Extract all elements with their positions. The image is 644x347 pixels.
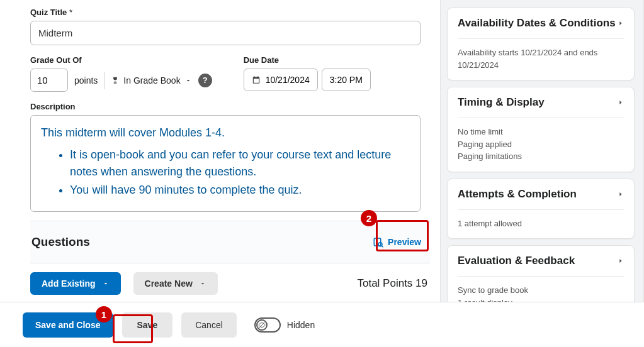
attempts-panel[interactable]: Attempts & Completion 1 attempt allowed	[447, 179, 635, 240]
help-icon[interactable]: ?	[198, 74, 212, 87]
footer-bar: Save and Close Save Cancel Hidden	[0, 302, 644, 347]
chevron-right-icon	[618, 18, 624, 28]
due-date-label: Due Date	[244, 55, 371, 65]
availability-panel[interactable]: Availability Dates & Conditions Availabi…	[447, 8, 635, 80]
create-new-button[interactable]: Create New	[133, 272, 218, 295]
hidden-label: Hidden	[287, 320, 315, 330]
timing-body: No time limit Paging applied Paging limi…	[458, 118, 624, 163]
description-intro: This midterm will cover Modules 1-4.	[41, 124, 410, 141]
description-bullet: It is open-book and you can refer to you…	[70, 146, 410, 180]
chevron-down-icon	[102, 280, 110, 287]
availability-title: Availability Dates & Conditions	[458, 17, 616, 30]
cancel-button[interactable]: Cancel	[181, 312, 237, 338]
preview-icon	[373, 236, 384, 248]
eye-off-icon	[258, 321, 266, 329]
chevron-right-icon	[618, 189, 624, 199]
availability-body: Availability starts 10/21/2024 and ends …	[458, 38, 624, 71]
chevron-down-icon	[199, 280, 206, 287]
timing-title: Timing & Display	[458, 96, 545, 109]
divider	[104, 72, 105, 89]
description-editor[interactable]: This midterm will cover Modules 1-4. It …	[30, 115, 421, 212]
questions-heading: Questions	[31, 235, 90, 249]
svg-line-2	[381, 246, 383, 247]
chevron-right-icon	[618, 256, 624, 266]
description-bullet: You will have 90 minutes to complete the…	[70, 182, 410, 199]
chevron-right-icon	[618, 97, 624, 107]
due-time-picker[interactable]: 3:20 PM	[322, 69, 371, 91]
due-date-picker[interactable]: 10/21/2024	[244, 69, 318, 91]
attempts-body: 1 attempt allowed	[458, 209, 624, 230]
chevron-down-icon	[184, 77, 192, 84]
visibility-toggle[interactable]	[254, 317, 281, 333]
evaluation-title: Evaluation & Feedback	[458, 255, 575, 267]
description-label: Description	[30, 102, 430, 111]
add-existing-button[interactable]: Add Existing	[30, 272, 121, 295]
in-grade-book-dropdown[interactable]: In Grade Book	[111, 75, 191, 85]
points-label: points	[74, 75, 98, 85]
calendar-icon	[252, 75, 261, 84]
save-and-close-button[interactable]: Save and Close	[23, 312, 113, 338]
grade-out-of-label: Grade Out Of	[30, 55, 212, 65]
trophy-icon	[111, 76, 120, 85]
attempts-title: Attempts & Completion	[458, 188, 577, 201]
timing-panel[interactable]: Timing & Display No time limit Paging ap…	[447, 87, 635, 172]
save-button[interactable]: Save	[122, 312, 173, 338]
total-points-label: Total Points 19	[357, 277, 427, 290]
preview-button[interactable]: Preview	[366, 230, 427, 254]
grade-out-of-input[interactable]	[30, 69, 68, 92]
svg-rect-0	[374, 238, 381, 246]
quiz-title-label: Quiz Title *	[30, 8, 430, 17]
quiz-title-input[interactable]	[30, 21, 421, 45]
